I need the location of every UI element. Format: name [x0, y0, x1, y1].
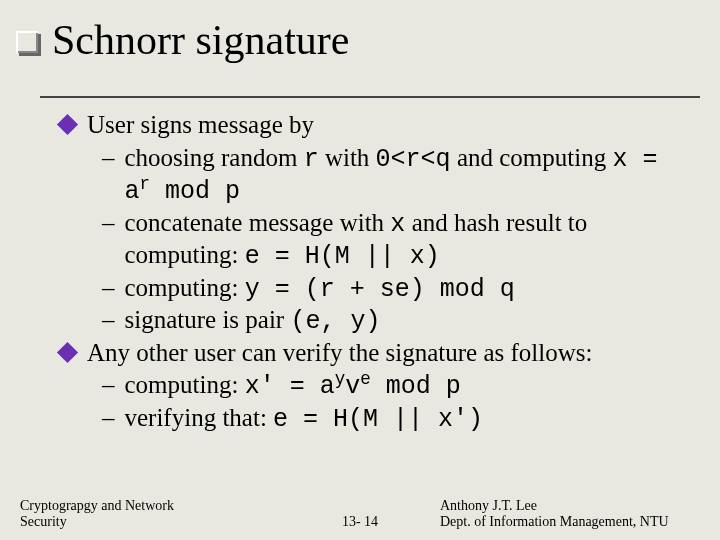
sub-text: concatenate message with x and hash resu… [125, 208, 701, 273]
title-box-icon [16, 31, 38, 53]
dash-icon: – [102, 370, 115, 401]
sub-compute-y: – computing: y = (r + se) mod q [102, 273, 700, 306]
sub-verify-check: – verifying that: e = H(M || x') [102, 403, 700, 436]
code: r [304, 145, 319, 174]
sub-text: signature is pair (e, y) [125, 305, 381, 338]
title-row: Schnorr signature [16, 16, 700, 64]
footer-text: Cryptograpgy and Network [20, 498, 280, 514]
exp: y [335, 369, 346, 389]
dash-icon: – [102, 273, 115, 304]
txt: choosing random [125, 144, 304, 171]
sub-text: computing: x' = ayve mod p [125, 370, 461, 403]
bullet-text: Any other user can verify the signature … [87, 338, 592, 369]
sub-text: choosing random r with 0<r<q and computi… [125, 143, 658, 208]
content-body: User signs message by – choosing random … [60, 110, 700, 435]
txt: computing: [125, 371, 245, 398]
footer-left: Cryptograpgy and Network Security [20, 498, 280, 530]
diamond-icon [57, 341, 78, 362]
bullet-text: User signs message by [87, 110, 314, 141]
dash-icon: – [102, 208, 115, 239]
txt: computing: [125, 274, 245, 301]
code: mod p [371, 372, 461, 401]
sub-text: computing: y = (r + se) mod q [125, 273, 515, 306]
footer-text: Security [20, 514, 280, 530]
txt: concatenate message with [125, 209, 391, 236]
sub-text: verifying that: e = H(M || x') [125, 403, 484, 436]
sub-signature-pair: – signature is pair (e, y) [102, 305, 700, 338]
slide-title: Schnorr signature [52, 16, 349, 64]
sub-concat: – concatenate message with x and hash re… [102, 208, 700, 273]
code: mod p [150, 177, 240, 206]
bullet-verify: Any other user can verify the signature … [60, 338, 700, 369]
footer-center: 13- 14 [342, 514, 378, 530]
divider [40, 96, 700, 98]
exp: r [140, 174, 151, 194]
footer-right: Anthony J.T. Lee Dept. of Information Ma… [440, 498, 700, 530]
slide: Schnorr signature User signs message by … [0, 0, 720, 540]
txt: and computing [451, 144, 613, 171]
diamond-icon [57, 114, 78, 135]
code: a [125, 177, 140, 206]
code: x' = a [245, 372, 335, 401]
dash-icon: – [102, 403, 115, 434]
code: e = H(M || x) [245, 242, 440, 271]
dash-icon: – [102, 143, 115, 174]
code: e = H(M || x') [273, 405, 483, 434]
dash-icon: – [102, 305, 115, 336]
txt: with [319, 144, 376, 171]
code: (e, y) [290, 307, 380, 336]
code: y = (r + se) mod q [245, 275, 515, 304]
bullet-user-signs: User signs message by [60, 110, 700, 141]
footer: Cryptograpgy and Network Security 13- 14… [20, 498, 700, 530]
code: x = [612, 145, 657, 174]
code: 0<r<q [376, 145, 451, 174]
code: x [390, 210, 405, 239]
exp: e [360, 369, 371, 389]
footer-text: Dept. of Information Management, NTU [440, 514, 700, 530]
txt: signature is pair [125, 306, 291, 333]
footer-text: Anthony J.T. Lee [440, 498, 700, 514]
sub-verify-compute: – computing: x' = ayve mod p [102, 370, 700, 403]
code: v [345, 372, 360, 401]
txt: verifying that: [125, 404, 274, 431]
sub-choose-random: – choosing random r with 0<r<q and compu… [102, 143, 700, 208]
